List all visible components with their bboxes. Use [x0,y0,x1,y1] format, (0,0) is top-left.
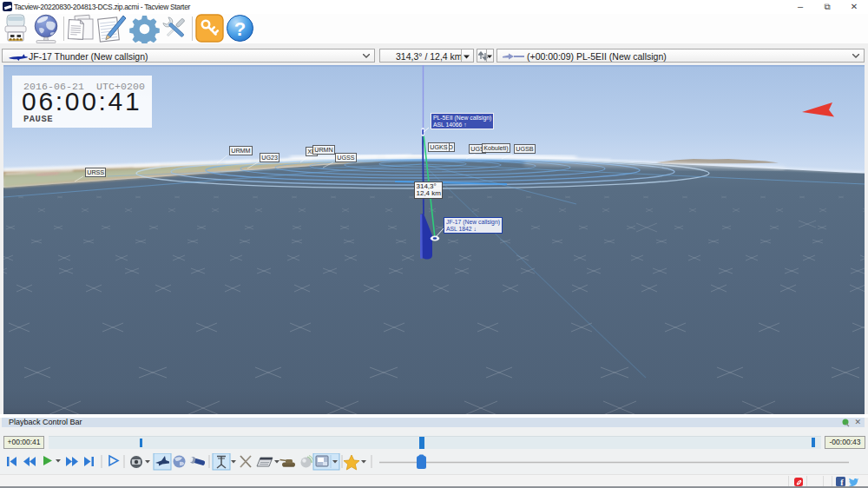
svg-text:?: ? [234,18,246,40]
